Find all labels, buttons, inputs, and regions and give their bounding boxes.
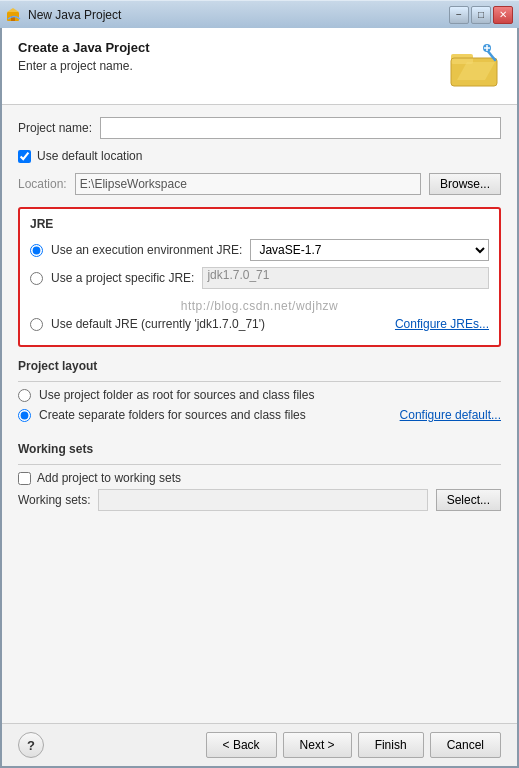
finish-button[interactable]: Finish [358,732,424,758]
jre-option1-label: Use an execution environment JRE: [51,243,242,257]
cancel-button[interactable]: Cancel [430,732,501,758]
window-icon [6,7,22,23]
add-working-sets-checkbox[interactable] [18,472,31,485]
working-sets-title: Working sets [18,442,501,456]
jre-option2-row: Use a project specific JRE: jdk1.7.0_71 [30,267,489,289]
svg-marker-1 [7,8,19,12]
working-sets-section: Working sets Add project to working sets… [18,442,501,511]
dialog-body: Create a Java Project Enter a project na… [0,28,519,768]
working-sets-divider [18,464,501,465]
button-bar: ? < Back Next > Finish Cancel [2,723,517,766]
layout-option2-row: Create separate folders for sources and … [18,408,501,422]
project-name-row: Project name: [18,117,501,139]
working-sets-row: Working sets: Select... [18,489,501,511]
jre-option1-dropdown[interactable]: JavaSE-1.7 JavaSE-1.8 J2SE-1.5 [250,239,489,261]
location-label: Location: [18,177,67,191]
jre-option2-label: Use a project specific JRE: [51,271,194,285]
project-name-input[interactable] [100,117,501,139]
jre-option1-row: Use an execution environment JRE: JavaSE… [30,239,489,261]
watermark: http://blog.csdn.net/wdjhzw [30,295,489,317]
jre-option1-radio[interactable] [30,244,43,257]
window-title: New Java Project [28,8,449,22]
jre-section: JRE Use an execution environment JRE: Ja… [18,207,501,347]
title-bar: New Java Project − □ ✕ [0,0,519,28]
configure-jres-link[interactable]: Configure JREs... [395,317,489,331]
layout-divider [18,381,501,382]
jre-option3-label: Use default JRE (currently 'jdk1.7.0_71'… [51,317,265,331]
maximize-button[interactable]: □ [471,6,491,24]
nav-buttons: < Back Next > Finish Cancel [206,732,501,758]
add-working-sets-label: Add project to working sets [37,471,181,485]
jre-section-title: JRE [30,217,489,231]
use-default-location-label: Use default location [37,149,142,163]
use-default-location-row: Use default location [18,149,501,163]
working-sets-input[interactable] [98,489,427,511]
layout-option2-label: Create separate folders for sources and … [39,408,306,422]
layout-option1-radio[interactable] [18,389,31,402]
project-layout-section: Project layout Use project folder as roo… [18,359,501,428]
back-button[interactable]: < Back [206,732,277,758]
use-default-location-checkbox[interactable] [18,150,31,163]
layout-option1-row: Use project folder as root for sources a… [18,388,501,402]
layout-option2-radio[interactable] [18,409,31,422]
window-controls: − □ ✕ [449,6,513,24]
form-area: Project name: Use default location Locat… [2,105,517,723]
add-to-working-sets-row: Add project to working sets [18,471,501,485]
jre-option2-value: jdk1.7.0_71 [202,267,489,289]
help-button[interactable]: ? [18,732,44,758]
minimize-button[interactable]: − [449,6,469,24]
location-row: Location: Browse... [18,173,501,195]
dialog-header: Create a Java Project Enter a project na… [2,28,517,105]
jre-option3-row: Use default JRE (currently 'jdk1.7.0_71'… [30,317,489,331]
header-text: Create a Java Project Enter a project na… [18,40,150,73]
configure-default-link[interactable]: Configure default... [400,408,501,422]
next-button[interactable]: Next > [283,732,352,758]
jre-option2-radio[interactable] [30,272,43,285]
spacer [18,519,501,711]
project-name-label: Project name: [18,121,92,135]
browse-button[interactable]: Browse... [429,173,501,195]
layout-option1-label: Use project folder as root for sources a… [39,388,314,402]
help-area: ? [18,732,44,758]
select-working-sets-button[interactable]: Select... [436,489,501,511]
working-sets-label: Working sets: [18,493,90,507]
close-button[interactable]: ✕ [493,6,513,24]
folder-icon [449,40,501,92]
jre-option3-radio[interactable] [30,318,43,331]
header-title: Create a Java Project [18,40,150,55]
header-subtitle: Enter a project name. [18,59,150,73]
location-input[interactable] [75,173,421,195]
layout-section-title: Project layout [18,359,501,373]
